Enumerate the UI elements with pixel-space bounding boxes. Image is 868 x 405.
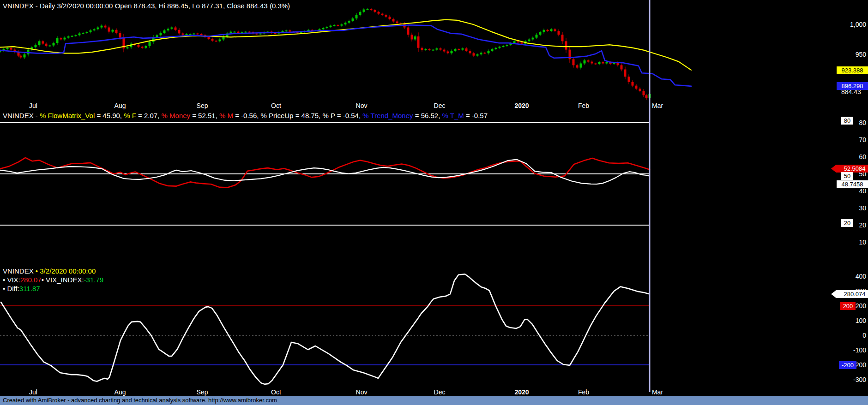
x-axis-label-dec-row0[interactable]: Dec xyxy=(434,102,446,109)
vix-diff-white-line xyxy=(1,274,650,384)
x-axis-label-nov-row0[interactable]: Nov xyxy=(356,102,368,109)
x-axis-label-nov-row1[interactable]: Nov xyxy=(356,388,368,396)
flowmatrix-title-part-4: = 2.07, xyxy=(136,112,162,119)
flowmatrix-value-badge-20: 20 xyxy=(841,219,853,227)
price-tick-1000: 1,000 xyxy=(826,21,866,28)
x-axis-label-jul-row0[interactable]: Jul xyxy=(29,102,37,109)
vix-values-part-3: -31.79 xyxy=(84,276,104,284)
flowmatrix-tick-30: 30 xyxy=(826,204,866,212)
vix-header-part-0: VNINDEX xyxy=(3,267,36,275)
flowmatrix-value-badge-80: 80 xyxy=(841,117,853,125)
chart-canvas[interactable] xyxy=(0,0,868,405)
amibroker-credit-bar[interactable]: Created with AmiBroker - advanced charti… xyxy=(0,396,868,405)
vix-tick-100: 100 xyxy=(826,317,866,324)
flowmatrix-title-part-7: % M xyxy=(219,112,233,119)
flowmatrix-value-badge-50: 50 xyxy=(841,172,853,180)
x-axis-label-dec-row1[interactable]: Dec xyxy=(434,388,446,396)
diff-value-part-0: • Diff: xyxy=(3,285,19,292)
vix-readings: • VIX:280.07• VIX_INDEX:-31.79 xyxy=(3,276,103,284)
diff-reading: • Diff:311.87 xyxy=(3,285,40,292)
flowmatrix-title-part-6: = 52.51, xyxy=(190,112,219,119)
price-value-badge-896.298: 896.298 xyxy=(837,82,868,90)
ma-slow-yellow-line xyxy=(0,20,691,70)
crosshair-cursor-line[interactable] xyxy=(649,0,651,392)
x-axis-label-oct-row0[interactable]: Oct xyxy=(271,102,281,109)
flowmatrix-title-part-5: % Money xyxy=(161,112,190,119)
vix-header-part-1: • 3/2/2020 00:00:00 xyxy=(36,267,96,275)
vix-value-badge-200: 200 xyxy=(840,302,856,310)
flowmatrix-title-part-11: = 56.52, xyxy=(413,112,442,119)
price-pane-title: VNINDEX - Daily 3/2/2020 00:00:00 Open 8… xyxy=(3,2,290,10)
x-axis-label-feb-row1[interactable]: Feb xyxy=(578,388,589,396)
flowmatrix-tick-10: 10 xyxy=(826,238,866,246)
flowmatrix-title-part-8: = -0.56, xyxy=(233,112,261,119)
flowmatrix-title-part-2: = 45.90, xyxy=(95,112,124,119)
vix-tick-0: 0 xyxy=(826,332,866,339)
x-axis-label-oct-row1[interactable]: Oct xyxy=(271,388,281,396)
vix-values-part-0: • VIX: xyxy=(3,276,20,284)
diff-value-part-1: 311.87 xyxy=(19,285,40,292)
flowmatrix-title-part-1: % FlowMatrix_Vol xyxy=(40,112,95,119)
vix-tick--100: -100 xyxy=(826,346,866,354)
x-axis-label-2020-row0[interactable]: 2020 xyxy=(514,102,529,109)
vix-values-part-2: • VIX_INDEX: xyxy=(42,276,84,284)
flowmatrix-title-part-3: % F xyxy=(124,112,136,119)
x-axis-label-2020-row1[interactable]: 2020 xyxy=(514,388,529,396)
flowmatrix-tick-40: 40 xyxy=(826,187,866,195)
x-axis-label-feb-row0[interactable]: Feb xyxy=(578,102,589,109)
flowmatrix-tick-60: 60 xyxy=(826,153,866,161)
x-axis-label-aug-row1[interactable]: Aug xyxy=(115,388,126,396)
price-value-badge-923.388: 923.388 xyxy=(837,66,868,74)
flowmatrix-title-part-0: VNINDEX - xyxy=(3,112,40,119)
pct-priceup-white-line xyxy=(0,160,650,184)
vix-value-badge-280.074: 280.074 xyxy=(831,290,868,298)
flowmatrix-tick-70: 70 xyxy=(826,136,866,143)
x-axis-label-mar-row1[interactable]: Mar xyxy=(652,388,663,396)
flowmatrix-title-part-9: % PriceUp = 48.75, % P = -0.54, xyxy=(261,112,363,119)
candlestick-series xyxy=(0,8,651,100)
flowmatrix-title-part-10: % Trend_Money xyxy=(362,112,413,119)
vix-values-part-1: 280.07 xyxy=(20,276,42,284)
x-axis-label-mar-row0[interactable]: Mar xyxy=(652,102,663,109)
x-axis-label-sep-row0[interactable]: Sep xyxy=(197,102,208,109)
x-axis-label-jul-row1[interactable]: Jul xyxy=(29,388,37,396)
x-axis-label-sep-row1[interactable]: Sep xyxy=(197,388,208,396)
vix-tick-400: 400 xyxy=(826,273,866,280)
flowmatrix-title-part-12: % T_M xyxy=(442,112,464,119)
flowmatrix-value-badge-48.7458: 48.7458 xyxy=(837,180,868,188)
ma-fast-blue-line xyxy=(0,25,691,86)
vix-pane-title: VNINDEX • 3/2/2020 00:00:00 xyxy=(3,267,96,275)
amibroker-chart-window: VNINDEX - Daily 3/2/2020 00:00:00 Open 8… xyxy=(0,0,868,405)
flowmatrix-title-part-13: = -0.57 xyxy=(464,112,488,119)
x-axis-label-aug-row0[interactable]: Aug xyxy=(115,102,126,109)
flowmatrix-pane-title: VNINDEX - % FlowMatrix_Vol = 45.90, % F … xyxy=(3,112,488,119)
vix-value-badge--200: -200 xyxy=(839,361,856,369)
vix-tick--300: -300 xyxy=(826,376,866,383)
flowmatrix-value-badge-52.5084: 52.5084 xyxy=(831,165,868,173)
price-tick-950: 950 xyxy=(826,51,866,58)
